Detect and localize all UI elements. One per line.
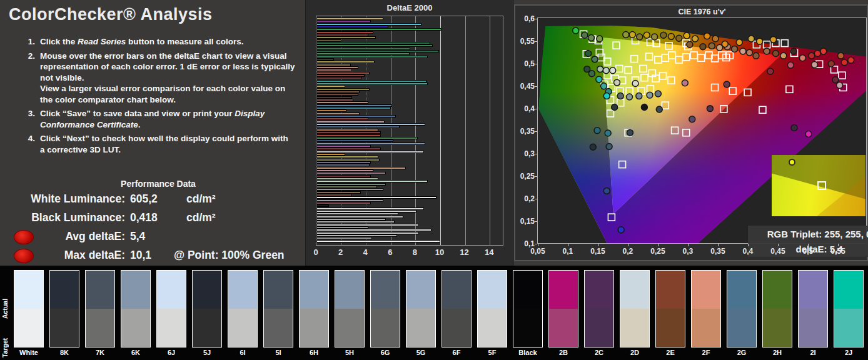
comparator-patch-label: 2C xyxy=(584,349,614,356)
cie-y-tick-label: 0,6 xyxy=(516,14,535,23)
deltae-x-tick-label: 14 xyxy=(480,248,498,257)
comparator-patch xyxy=(156,270,186,348)
cie-chart-panel: CIE 1976 u'v' xyxy=(514,4,868,261)
cie-measured-marker xyxy=(682,80,688,86)
cie-x-tick-label: 0,3 xyxy=(677,247,699,256)
cie-x-tick-label: 0,15 xyxy=(587,247,609,256)
cie-x-tick xyxy=(748,244,749,246)
comparator-patch-label: White xyxy=(14,349,44,356)
comparator-patches xyxy=(14,270,864,348)
patch-target-color xyxy=(656,309,685,347)
cie-x-tick xyxy=(718,244,719,246)
comparator-patch-label: 5F xyxy=(477,349,507,356)
cie-chart-title: CIE 1976 u'v' xyxy=(537,8,867,16)
performance-unit: cd/m² xyxy=(186,211,216,224)
performance-label: Black Luminance: xyxy=(0,211,125,224)
cie-measured-marker xyxy=(684,32,690,39)
cie-plot-area: RGB Triplet: 255, 255, 0 deltaE: 5,4 xyxy=(537,18,867,244)
performance-unit: cd/m² xyxy=(186,192,216,206)
patch-actual-color xyxy=(763,271,792,309)
cie-x-tick xyxy=(688,244,689,246)
rgb-triplet-text: RGB Triplet: 255, 255, 0 xyxy=(748,227,868,242)
patch-actual-color xyxy=(335,271,364,309)
patch-actual-color xyxy=(549,271,578,309)
cie-zoom-inset xyxy=(772,155,865,216)
cie-measured-marker xyxy=(780,52,787,59)
cie-measured-marker xyxy=(832,77,839,83)
comparator-row-label-target: Target xyxy=(1,313,13,360)
cie-y-tick xyxy=(535,86,537,87)
deltae-x-tick-label: 2 xyxy=(331,248,350,257)
comparator-patch-label: 5H xyxy=(335,349,365,356)
cie-measured-marker xyxy=(812,61,818,68)
cie-y-tick xyxy=(535,64,537,64)
cie-y-tick-label: 0,35 xyxy=(516,127,535,136)
cie-x-tick xyxy=(808,244,809,246)
cie-measured-marker xyxy=(814,51,820,57)
cie-y-tick xyxy=(535,244,537,244)
patch-target-color xyxy=(834,309,863,347)
patch-actual-color xyxy=(86,271,114,309)
instruction-item: 3.Click “Save” to save data and view or … xyxy=(20,108,295,130)
cie-y-tick-label: 0,45 xyxy=(516,82,535,91)
patch-actual-color xyxy=(14,271,43,309)
cie-measured-marker xyxy=(627,94,633,100)
comparator-patch xyxy=(49,270,79,348)
patch-actual-color xyxy=(157,271,186,309)
instruction-number: 2. xyxy=(20,51,35,106)
patch-target-color xyxy=(157,309,186,347)
cie-measured-marker xyxy=(610,68,616,74)
cie-measured-marker xyxy=(637,34,643,40)
comparator-patch-label: 7K xyxy=(85,349,115,356)
comparator-patch-label: 6H xyxy=(299,349,329,356)
comparator-patch xyxy=(406,270,436,348)
patch-target-color xyxy=(193,309,221,347)
patch-target-color xyxy=(14,309,43,347)
comparator-patch-label: 6G xyxy=(370,349,400,356)
instruction-text: Click “Next” to check how well the displ… xyxy=(40,133,295,155)
patch-target-color xyxy=(86,309,114,347)
patch-target-color xyxy=(264,309,293,347)
deltae-x-tick-label: 10 xyxy=(430,248,449,257)
cie-y-tick xyxy=(535,19,537,19)
cie-x-tick-label: 0,4 xyxy=(737,247,759,256)
comparator-patch xyxy=(192,270,222,348)
deltae-chart-title: DeltaE 2000 xyxy=(316,3,503,12)
patch-actual-color xyxy=(371,271,400,309)
cie-measured-marker xyxy=(687,41,693,48)
cie-measured-marker xyxy=(618,227,624,233)
patch-target-color xyxy=(121,309,150,347)
comparator-patch-label: 2F xyxy=(691,349,721,356)
cie-measured-marker xyxy=(603,188,610,194)
patch-target-color xyxy=(300,309,328,347)
deltae-bar[interactable] xyxy=(316,240,440,242)
cie-measured-marker xyxy=(791,124,797,131)
comparator-patch xyxy=(85,270,115,348)
comparator-patch xyxy=(620,270,650,348)
comparator-patch xyxy=(335,270,365,348)
deltae-x-tick-label: 0 xyxy=(306,248,325,257)
cie-measured-marker xyxy=(601,83,607,89)
comparator-patch xyxy=(655,270,685,348)
comparator-patch xyxy=(834,270,864,348)
cie-measured-marker xyxy=(772,51,779,57)
cie-measured-marker xyxy=(764,48,770,54)
cie-y-tick xyxy=(535,131,537,132)
cie-y-tick-label: 0,25 xyxy=(516,172,535,181)
patch-actual-color xyxy=(193,271,221,309)
comparator-patch xyxy=(798,270,828,348)
cie-x-tick xyxy=(658,244,659,246)
cie-measured-marker xyxy=(820,48,827,54)
deltae-plot-area xyxy=(316,16,503,246)
cie-measured-marker xyxy=(689,116,695,122)
target-point-marker xyxy=(817,181,826,190)
cie-measured-marker xyxy=(709,42,715,49)
cie-measured-marker xyxy=(597,66,603,72)
comparator-patch xyxy=(548,270,578,348)
deltae-x-tick-label: 4 xyxy=(356,248,375,257)
comparator-strip: Actual Target White8K7K6K6J5J6I5I6H5H6G5… xyxy=(0,266,868,360)
cie-y-tick xyxy=(535,109,537,109)
instruction-number: 3. xyxy=(20,108,35,130)
cie-measured-marker xyxy=(848,57,854,63)
cie-measured-marker xyxy=(643,32,650,38)
